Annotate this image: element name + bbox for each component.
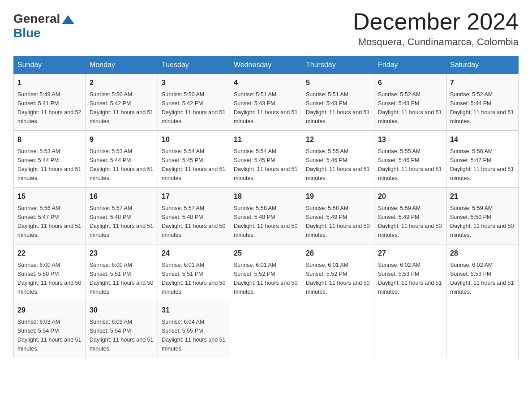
day-number: 26 bbox=[306, 248, 370, 259]
day-info: Sunrise: 5:56 AMSunset: 5:47 PMDaylight:… bbox=[450, 147, 515, 183]
calendar-cell: 18Sunrise: 5:58 AMSunset: 5:48 PMDayligh… bbox=[230, 188, 302, 244]
header-thursday: Thursday bbox=[302, 56, 374, 74]
day-number: 2 bbox=[90, 77, 154, 88]
day-info: Sunrise: 5:50 AMSunset: 5:42 PMDaylight:… bbox=[90, 90, 154, 126]
day-number: 20 bbox=[378, 191, 442, 202]
day-info: Sunrise: 6:01 AMSunset: 5:52 PMDaylight:… bbox=[306, 261, 370, 296]
day-number: 31 bbox=[162, 305, 226, 316]
calendar-cell: 23Sunrise: 6:00 AMSunset: 5:51 PMDayligh… bbox=[86, 244, 158, 301]
calendar-header-row: SundayMondayTuesdayWednesdayThursdayFrid… bbox=[14, 56, 519, 74]
day-number: 9 bbox=[90, 134, 154, 145]
day-info: Sunrise: 6:04 AMSunset: 5:55 PMDaylight:… bbox=[162, 317, 226, 353]
day-number: 12 bbox=[306, 134, 370, 145]
day-info: Sunrise: 5:51 AMSunset: 5:43 PMDaylight:… bbox=[306, 90, 370, 126]
day-info: Sunrise: 5:55 AMSunset: 5:46 PMDaylight:… bbox=[306, 147, 370, 183]
month-title: December 2024 bbox=[353, 9, 519, 34]
calendar-cell: 9Sunrise: 5:53 AMSunset: 5:44 PMDaylight… bbox=[86, 131, 158, 188]
day-number: 6 bbox=[378, 77, 442, 88]
day-number: 23 bbox=[90, 248, 154, 259]
calendar-week-row: 1Sunrise: 5:49 AMSunset: 5:41 PMDaylight… bbox=[14, 74, 519, 131]
day-info: Sunrise: 5:49 AMSunset: 5:41 PMDaylight:… bbox=[17, 90, 82, 126]
day-info: Sunrise: 5:51 AMSunset: 5:43 PMDaylight:… bbox=[234, 90, 298, 126]
day-number: 7 bbox=[450, 77, 515, 88]
day-number: 4 bbox=[234, 77, 298, 88]
calendar-week-row: 29Sunrise: 6:03 AMSunset: 5:54 PMDayligh… bbox=[14, 301, 519, 358]
day-info: Sunrise: 5:52 AMSunset: 5:44 PMDaylight:… bbox=[450, 90, 515, 126]
logo-blue-text: Blue bbox=[13, 26, 41, 40]
day-info: Sunrise: 5:57 AMSunset: 5:48 PMDaylight:… bbox=[162, 204, 226, 240]
day-info: Sunrise: 5:59 AMSunset: 5:50 PMDaylight:… bbox=[450, 204, 515, 240]
calendar-cell: 22Sunrise: 6:00 AMSunset: 5:50 PMDayligh… bbox=[14, 244, 86, 301]
day-info: Sunrise: 5:55 AMSunset: 5:46 PMDaylight:… bbox=[378, 147, 442, 183]
calendar-cell: 28Sunrise: 6:02 AMSunset: 5:53 PMDayligh… bbox=[446, 244, 519, 301]
calendar-week-row: 22Sunrise: 6:00 AMSunset: 5:50 PMDayligh… bbox=[14, 244, 519, 301]
calendar-cell bbox=[374, 301, 446, 358]
calendar-cell: 1Sunrise: 5:49 AMSunset: 5:41 PMDaylight… bbox=[14, 74, 86, 131]
day-info: Sunrise: 6:01 AMSunset: 5:52 PMDaylight:… bbox=[234, 261, 298, 296]
logo-triangle-icon bbox=[62, 15, 74, 24]
calendar-cell: 31Sunrise: 6:04 AMSunset: 5:55 PMDayligh… bbox=[158, 301, 230, 358]
day-info: Sunrise: 5:59 AMSunset: 5:49 PMDaylight:… bbox=[378, 204, 442, 240]
calendar-cell: 10Sunrise: 5:54 AMSunset: 5:45 PMDayligh… bbox=[158, 131, 230, 188]
calendar-cell: 13Sunrise: 5:55 AMSunset: 5:46 PMDayligh… bbox=[374, 131, 446, 188]
day-info: Sunrise: 5:58 AMSunset: 5:49 PMDaylight:… bbox=[306, 204, 370, 240]
day-info: Sunrise: 6:02 AMSunset: 5:53 PMDaylight:… bbox=[378, 261, 442, 296]
day-info: Sunrise: 6:02 AMSunset: 5:53 PMDaylight:… bbox=[450, 261, 515, 296]
day-info: Sunrise: 6:00 AMSunset: 5:50 PMDaylight:… bbox=[17, 261, 82, 296]
calendar-cell: 21Sunrise: 5:59 AMSunset: 5:50 PMDayligh… bbox=[446, 188, 519, 244]
calendar-cell: 15Sunrise: 5:56 AMSunset: 5:47 PMDayligh… bbox=[14, 188, 86, 244]
calendar-week-row: 15Sunrise: 5:56 AMSunset: 5:47 PMDayligh… bbox=[14, 188, 519, 244]
calendar-cell: 5Sunrise: 5:51 AMSunset: 5:43 PMDaylight… bbox=[302, 74, 374, 131]
day-number: 21 bbox=[450, 191, 515, 202]
day-number: 18 bbox=[234, 191, 298, 202]
header-saturday: Saturday bbox=[446, 56, 519, 74]
day-number: 10 bbox=[162, 134, 226, 145]
day-number: 28 bbox=[450, 248, 515, 259]
logo: General Blue bbox=[13, 12, 74, 40]
header-wednesday: Wednesday bbox=[230, 56, 302, 74]
day-info: Sunrise: 5:58 AMSunset: 5:48 PMDaylight:… bbox=[234, 204, 298, 240]
calendar-cell: 6Sunrise: 5:52 AMSunset: 5:43 PMDaylight… bbox=[374, 74, 446, 131]
day-number: 5 bbox=[306, 77, 370, 88]
calendar-cell bbox=[446, 301, 519, 358]
calendar-week-row: 8Sunrise: 5:53 AMSunset: 5:44 PMDaylight… bbox=[14, 131, 519, 188]
day-info: Sunrise: 6:00 AMSunset: 5:51 PMDaylight:… bbox=[90, 261, 154, 296]
calendar-cell: 26Sunrise: 6:01 AMSunset: 5:52 PMDayligh… bbox=[302, 244, 374, 301]
location-subtitle: Mosquera, Cundinamarca, Colombia bbox=[353, 36, 519, 48]
day-number: 8 bbox=[17, 134, 82, 145]
calendar-cell: 19Sunrise: 5:58 AMSunset: 5:49 PMDayligh… bbox=[302, 188, 374, 244]
calendar-cell: 30Sunrise: 6:03 AMSunset: 5:54 PMDayligh… bbox=[86, 301, 158, 358]
calendar-cell: 17Sunrise: 5:57 AMSunset: 5:48 PMDayligh… bbox=[158, 188, 230, 244]
calendar-cell: 4Sunrise: 5:51 AMSunset: 5:43 PMDaylight… bbox=[230, 74, 302, 131]
calendar-cell bbox=[230, 301, 302, 358]
logo-general-text: General bbox=[13, 12, 60, 26]
calendar-cell: 29Sunrise: 6:03 AMSunset: 5:54 PMDayligh… bbox=[14, 301, 86, 358]
header-monday: Monday bbox=[86, 56, 158, 74]
day-number: 13 bbox=[378, 134, 442, 145]
calendar-cell: 16Sunrise: 5:57 AMSunset: 5:48 PMDayligh… bbox=[86, 188, 158, 244]
calendar-cell: 7Sunrise: 5:52 AMSunset: 5:44 PMDaylight… bbox=[446, 74, 519, 131]
calendar-cell: 24Sunrise: 6:01 AMSunset: 5:51 PMDayligh… bbox=[158, 244, 230, 301]
day-number: 25 bbox=[234, 248, 298, 259]
day-number: 14 bbox=[450, 134, 515, 145]
day-number: 27 bbox=[378, 248, 442, 259]
header-friday: Friday bbox=[374, 56, 446, 74]
day-number: 29 bbox=[17, 305, 82, 316]
day-info: Sunrise: 5:52 AMSunset: 5:43 PMDaylight:… bbox=[378, 90, 442, 126]
day-number: 16 bbox=[90, 191, 154, 202]
day-number: 22 bbox=[17, 248, 82, 259]
day-info: Sunrise: 6:03 AMSunset: 5:54 PMDaylight:… bbox=[17, 317, 82, 353]
day-info: Sunrise: 5:56 AMSunset: 5:47 PMDaylight:… bbox=[17, 204, 82, 240]
day-number: 3 bbox=[162, 77, 226, 88]
day-number: 1 bbox=[17, 77, 82, 88]
day-number: 17 bbox=[162, 191, 226, 202]
day-number: 11 bbox=[234, 134, 298, 145]
calendar-cell: 3Sunrise: 5:50 AMSunset: 5:42 PMDaylight… bbox=[158, 74, 230, 131]
day-number: 30 bbox=[90, 305, 154, 316]
day-info: Sunrise: 6:01 AMSunset: 5:51 PMDaylight:… bbox=[162, 261, 226, 296]
day-info: Sunrise: 6:03 AMSunset: 5:54 PMDaylight:… bbox=[90, 317, 154, 353]
day-info: Sunrise: 5:54 AMSunset: 5:45 PMDaylight:… bbox=[162, 147, 226, 183]
calendar-cell: 12Sunrise: 5:55 AMSunset: 5:46 PMDayligh… bbox=[302, 131, 374, 188]
page-header: General Blue December 2024 Mosquera, Cun… bbox=[13, 9, 519, 48]
calendar-cell: 11Sunrise: 5:54 AMSunset: 5:45 PMDayligh… bbox=[230, 131, 302, 188]
